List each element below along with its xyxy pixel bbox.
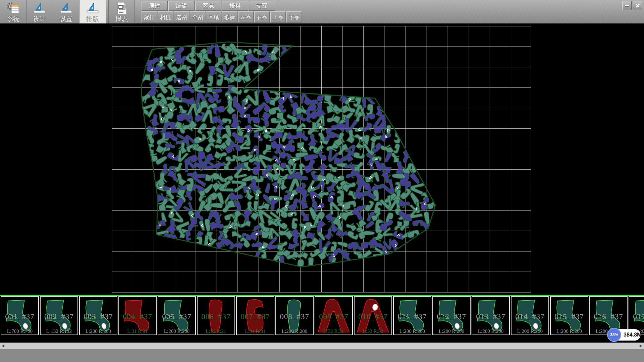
piece-thumbnail-010_#37[interactable]: 010_#37L:33 R:33 xyxy=(354,296,392,335)
menu-tab-region[interactable]: 区域 xyxy=(195,1,221,11)
nested-piece[interactable] xyxy=(253,161,261,175)
nested-piece[interactable] xyxy=(265,183,271,193)
nested-piece[interactable] xyxy=(297,131,308,140)
app-button-label: 系统 xyxy=(7,15,19,23)
menu-tab-nest[interactable]: 排料 xyxy=(222,1,248,11)
nested-piece[interactable] xyxy=(214,149,227,162)
piece-thumbnail-007_#37[interactable]: 007_#37L:31 R:31 xyxy=(236,296,274,335)
minimize-button[interactable] xyxy=(622,1,632,10)
piece-lr-counts: L:132 R:132 xyxy=(41,328,77,334)
piece-thumbnail-004_#37[interactable]: 004_#37L:31 R:31 xyxy=(118,296,157,335)
tool-button-align-top[interactable]: 上靠 xyxy=(270,11,286,22)
piece-id-label: 008_#37 xyxy=(276,312,313,321)
app-button-design[interactable]: 设计 xyxy=(26,0,53,23)
nested-piece[interactable] xyxy=(214,44,221,57)
piece-thumbnail-008_#37[interactable]: 008_#37L:200 R:200 xyxy=(275,296,314,335)
piece-thumbnail-006_#37[interactable]: 006_#37L:21 R:21 xyxy=(197,296,235,335)
piece-lr-counts: L:200 R:200 xyxy=(472,328,509,334)
app-button-report[interactable]: 报表 xyxy=(108,0,135,23)
tool-button-cluster-nest[interactable]: 聚排 xyxy=(142,11,157,22)
piece-thumbnail-009_#37[interactable]: 009_#37L:32 R:31 xyxy=(315,296,353,335)
nested-piece[interactable] xyxy=(346,230,359,240)
nested-piece[interactable] xyxy=(195,236,203,249)
nested-piece[interactable] xyxy=(254,201,258,211)
nested-piece[interactable] xyxy=(216,74,224,86)
nested-piece[interactable] xyxy=(185,190,194,201)
piece-thumbnail-012_#37[interactable]: 012_#37L:200 R:200 xyxy=(432,296,471,335)
nested-piece[interactable] xyxy=(173,77,185,84)
tool-button-select-cut[interactable]: 选割 xyxy=(174,11,189,22)
nested-piece[interactable] xyxy=(393,143,401,154)
nested-piece[interactable] xyxy=(287,211,297,217)
nested-piece[interactable] xyxy=(288,241,299,251)
nested-piece[interactable] xyxy=(177,64,187,72)
nested-piece[interactable] xyxy=(373,190,379,201)
nested-piece[interactable] xyxy=(262,144,272,155)
nested-piece[interactable] xyxy=(291,218,298,229)
app-button-system[interactable]: 系统 xyxy=(0,0,26,23)
nested-piece[interactable] xyxy=(175,85,186,99)
nested-piece[interactable] xyxy=(243,162,251,171)
menu-tab-interact[interactable]: 交互 xyxy=(249,1,275,11)
close-button[interactable] xyxy=(633,1,642,10)
nested-piece[interactable] xyxy=(365,220,374,229)
nested-piece[interactable] xyxy=(193,133,207,144)
tool-button-align-left[interactable]: 左靠 xyxy=(238,11,254,22)
nested-piece[interactable] xyxy=(204,141,215,153)
piece-lr-counts: L:33 R:33 xyxy=(355,328,391,334)
nested-piece[interactable] xyxy=(364,231,375,235)
app-button-nesting[interactable]: 排版 xyxy=(79,0,106,23)
nested-piece[interactable] xyxy=(139,74,150,83)
nested-piece[interactable] xyxy=(301,211,309,221)
tool-button-cut-all[interactable]: 全割 xyxy=(190,11,205,22)
piece-thumbnail-001_#37[interactable]: 001_#37L:700 R:700 xyxy=(1,296,39,335)
tool-button-camera[interactable]: 相机 xyxy=(158,11,173,22)
memory-usage-badge: 38% 384.8M xyxy=(608,329,641,341)
nested-piece[interactable] xyxy=(323,95,334,107)
piece-thumbnail-011_#37[interactable]: 011_#37L:200 R:200 xyxy=(393,296,431,335)
nested-piece[interactable] xyxy=(209,218,224,232)
horizontal-scrollbar[interactable]: < > xyxy=(0,343,644,349)
piece-thumbnail-003_#37[interactable]: 003_#37L:200 R:200 xyxy=(79,296,117,335)
nested-piece[interactable] xyxy=(230,85,243,95)
tool-button-region[interactable]: 区域 xyxy=(206,11,221,22)
thumbnail-row: 001_#37L:700 R:700002_#37L:132 R:132003_… xyxy=(1,296,644,335)
nested-piece[interactable] xyxy=(240,220,251,229)
piece-thumbnail-005_#37[interactable]: 005_#37L:200 R:200 xyxy=(158,296,196,335)
nested-piece[interactable] xyxy=(212,88,222,93)
nested-piece[interactable] xyxy=(214,173,225,182)
piece-thumbnail-002_#37[interactable]: 002_#37L:132 R:132 xyxy=(40,296,78,335)
tool-button-align-bottom[interactable]: 下靠 xyxy=(286,11,302,22)
nested-piece[interactable] xyxy=(207,45,214,54)
nested-piece[interactable] xyxy=(269,94,279,106)
nested-piece[interactable] xyxy=(384,152,392,163)
piece-id-label: 015_#37 xyxy=(551,312,588,321)
nested-piece[interactable] xyxy=(391,153,399,163)
nested-piece[interactable] xyxy=(210,203,222,208)
piece-thumbnail-013_#37[interactable]: 013_#37L:200 R:200 xyxy=(472,296,510,335)
nested-piece[interactable] xyxy=(248,117,260,124)
nested-piece[interactable] xyxy=(185,231,191,241)
nested-piece[interactable] xyxy=(297,114,306,122)
tool-button-defect[interactable]: 瑕疵 xyxy=(222,11,237,22)
scroll-left-icon[interactable]: < xyxy=(0,343,7,349)
nested-piece[interactable] xyxy=(354,161,363,173)
nested-piece[interactable] xyxy=(353,152,365,159)
menu-tab-properties[interactable]: 属性 xyxy=(142,1,168,11)
nested-piece[interactable] xyxy=(232,230,242,239)
nested-piece[interactable] xyxy=(318,150,327,162)
nested-piece[interactable] xyxy=(239,114,250,118)
set-square-icon xyxy=(33,1,47,15)
nested-piece[interactable] xyxy=(308,257,314,270)
scroll-right-icon[interactable]: > xyxy=(637,343,644,349)
nesting-canvas[interactable] xyxy=(0,23,644,295)
nested-piece[interactable] xyxy=(237,72,251,84)
app-button-setup[interactable]: 设置 xyxy=(53,0,79,23)
piece-thumbnail-014_#37[interactable]: 014_#37L:200 R:200 xyxy=(511,296,549,335)
nested-piece[interactable] xyxy=(327,164,337,173)
piece-thumbnail-015_#37[interactable]: 015_#37L:200 R:200 xyxy=(550,296,588,335)
nested-piece[interactable] xyxy=(334,175,344,181)
piece-id-label: 013_#37 xyxy=(472,312,509,321)
tool-button-align-right[interactable]: 右靠 xyxy=(254,11,270,22)
menu-tab-edit[interactable]: 编辑 xyxy=(168,1,195,11)
